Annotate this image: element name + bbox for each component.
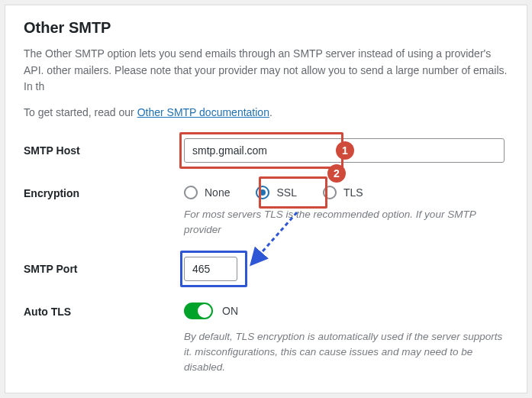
doc-link[interactable]: Other SMTP documentation — [137, 106, 269, 118]
radio-icon — [256, 186, 269, 199]
control-smtp-port — [184, 257, 508, 281]
annotation-badge-2: 2 — [327, 164, 346, 183]
control-encryption: None SSL TLS For most servers TLS is the… — [184, 181, 508, 238]
auto-tls-state: ON — [222, 305, 238, 317]
control-smtp-host — [184, 138, 508, 163]
auto-tls-toggle[interactable] — [184, 303, 213, 319]
row-smtp-port: SMTP Port — [24, 257, 508, 281]
label-smtp-port: SMTP Port — [24, 257, 184, 275]
encryption-tls[interactable]: TLS — [323, 186, 363, 199]
radio-label-ssl: SSL — [276, 186, 296, 199]
smtp-settings-panel: Other SMTP The Other SMTP option lets yo… — [5, 5, 527, 393]
encryption-none[interactable]: None — [184, 186, 230, 199]
getstarted-prefix: To get started, read our — [24, 106, 137, 118]
encryption-radios: None SSL TLS — [184, 181, 508, 199]
encryption-ssl[interactable]: SSL — [256, 186, 296, 199]
control-auto-tls: ON By default, TLS encryption is automat… — [184, 299, 508, 376]
section-title: Other SMTP — [24, 19, 508, 37]
getstarted-line: To get started, read our Other SMTP docu… — [24, 106, 508, 118]
label-smtp-host: SMTP Host — [24, 138, 184, 157]
row-auto-tls: Auto TLS ON By default, TLS encryption i… — [24, 299, 508, 376]
label-encryption: Encryption — [24, 181, 184, 199]
radio-label-none: None — [205, 186, 230, 199]
row-encryption: Encryption None SSL TLS For most servers… — [24, 181, 508, 238]
radio-icon — [323, 186, 337, 199]
section-description: The Other SMTP option lets you send emai… — [24, 46, 508, 95]
encryption-hint: For most servers TLS is the recommended … — [184, 207, 508, 238]
auto-tls-toggle-wrap: ON — [184, 299, 238, 319]
radio-icon — [184, 186, 198, 199]
toggle-knob-icon — [198, 304, 211, 318]
auto-tls-hint: By default, TLS encryption is automatica… — [184, 329, 508, 376]
smtp-host-input[interactable] — [184, 138, 505, 163]
row-smtp-host: SMTP Host 1 — [24, 138, 508, 163]
label-auto-tls: Auto TLS — [24, 299, 184, 318]
getstarted-suffix: . — [269, 106, 272, 118]
radio-label-tls: TLS — [343, 186, 363, 199]
radio-dot-icon — [260, 189, 266, 196]
smtp-port-input[interactable] — [184, 257, 237, 281]
